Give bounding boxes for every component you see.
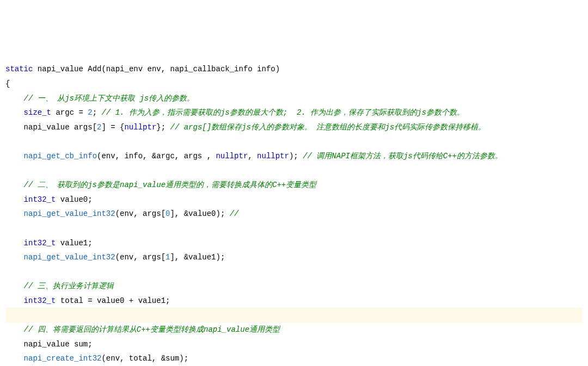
args: (env, args[: [115, 253, 166, 262]
comment-section-1: // 一、 从js环境上下文中获取 js传入的参数。: [24, 94, 195, 103]
code-line-16: // 三、执行业务计算逻辑: [5, 279, 583, 294]
var-decl: sum;: [70, 340, 93, 349]
semicolon: ;: [93, 108, 102, 117]
code-line-2: {: [5, 77, 583, 91]
code-line-15-blank: [5, 265, 583, 280]
code-line-5: napi_value args[2] = {nullptr}; // args[…: [5, 120, 583, 135]
indent: [5, 253, 24, 262]
args-close: ], &value0);: [170, 209, 229, 218]
code-line-3: // 一、 从js环境上下文中获取 js传入的参数。: [5, 91, 583, 106]
type-napi-value: napi_value: [24, 340, 70, 349]
stmt-end: };: [156, 123, 170, 132]
params: (napi_env env, napi_callback_info info): [101, 65, 280, 73]
var-decl: value1;: [56, 239, 92, 247]
args: (env, total, &sum);: [101, 354, 188, 363]
function-call: napi_get_value_int32: [24, 209, 115, 218]
keyword-nullptr: nullptr: [124, 123, 156, 132]
code-line-17: int32_t total = value0 + value1;: [5, 294, 583, 308]
type-napi-value: napi_value: [38, 65, 83, 73]
keyword-nullptr: nullptr: [216, 152, 248, 160]
indent: [5, 340, 24, 349]
indent: [5, 282, 24, 290]
type-int32: int32_t: [24, 195, 56, 204]
indent: [5, 296, 24, 305]
function-call: napi_create_int32: [24, 354, 102, 363]
comment-inline: // args[]数组保存js传入的参数对象。 注意数组的长度要和js代码实际传…: [170, 123, 486, 132]
function-call: napi_get_cb_info: [24, 152, 97, 160]
code-line-21: napi_create_int32(env, total, &sum);: [5, 351, 583, 366]
indent: [5, 239, 24, 247]
indent: [5, 108, 24, 117]
args: (env, info, &argc, args ,: [97, 152, 216, 160]
function-call: napi_get_value_int32: [24, 253, 115, 262]
close-paren: );: [289, 152, 303, 160]
comment-section-4: // 四、将需要返回的计算结果从C++变量类型转换成napi_value通用类型: [24, 325, 280, 334]
indent: [5, 354, 24, 363]
type-int32: int32_t: [24, 296, 56, 305]
code-line-9: // 二、 获取到的js参数是napi_value通用类型的，需要转换成具体的C…: [5, 178, 583, 193]
code-line-20: napi_value sum;: [5, 337, 583, 352]
var-decl: argc =: [51, 108, 88, 117]
type-napi-value: napi_value: [24, 123, 70, 132]
code-line-8-blank: [5, 164, 583, 178]
keyword-nullptr: nullptr: [257, 152, 289, 160]
code-line-11: napi_get_value_int32(env, args[0], &valu…: [5, 207, 583, 221]
code-line-13: int32_t value1;: [5, 236, 583, 251]
code-block: static napi_value Add(napi_env env, napi…: [5, 62, 583, 366]
code-line-6-blank: [5, 134, 583, 149]
comment-inline: // 1. 作为入参，指示需要获取的js参数的最大个数; 2. 作为出参，保存了…: [101, 108, 464, 117]
args-close: ], &value1);: [170, 253, 225, 262]
args: (env, args[: [115, 209, 166, 218]
var-decl: total = value0 + value1;: [56, 296, 170, 305]
indent: [5, 152, 24, 160]
type-int32: int32_t: [24, 239, 56, 247]
indent: [5, 181, 24, 189]
function-name-add: Add: [88, 65, 101, 73]
code-line-10: int32_t value0;: [5, 193, 583, 207]
type-size-t: size_t: [24, 108, 51, 117]
code-line-18-blank-highlighted: [5, 308, 583, 322]
comment-section-3: // 三、执行业务计算逻辑: [24, 282, 114, 290]
indent: [5, 123, 24, 132]
code-line-4: size_t argc = 2; // 1. 作为入参，指示需要获取的js参数的…: [5, 106, 583, 120]
bracket-close: ] = {: [101, 123, 124, 132]
indent: [5, 325, 24, 334]
open-brace: {: [5, 79, 10, 88]
comment-empty: //: [230, 209, 239, 218]
code-line-14: napi_get_value_int32(env, args[1], &valu…: [5, 250, 583, 265]
indent: [5, 94, 24, 103]
comment-section-2: // 二、 获取到的js参数是napi_value通用类型的，需要转换成具体的C…: [24, 181, 317, 189]
indent: [5, 209, 24, 218]
comma: ,: [248, 152, 257, 160]
var-decl: args[: [70, 123, 97, 132]
code-line-7: napi_get_cb_info(env, info, &argc, args …: [5, 149, 583, 164]
code-line-19: // 四、将需要返回的计算结果从C++变量类型转换成napi_value通用类型: [5, 322, 583, 337]
keyword-static: static: [5, 65, 33, 73]
comment-inline: // 调用NAPI框架方法，获取js代码传给C++的方法参数。: [303, 152, 503, 160]
indent: [5, 195, 24, 204]
var-decl: value0;: [56, 195, 92, 204]
code-line-1: static napi_value Add(napi_env env, napi…: [5, 62, 583, 77]
number-literal: 2: [88, 108, 92, 117]
code-line-12-blank: [5, 221, 583, 236]
